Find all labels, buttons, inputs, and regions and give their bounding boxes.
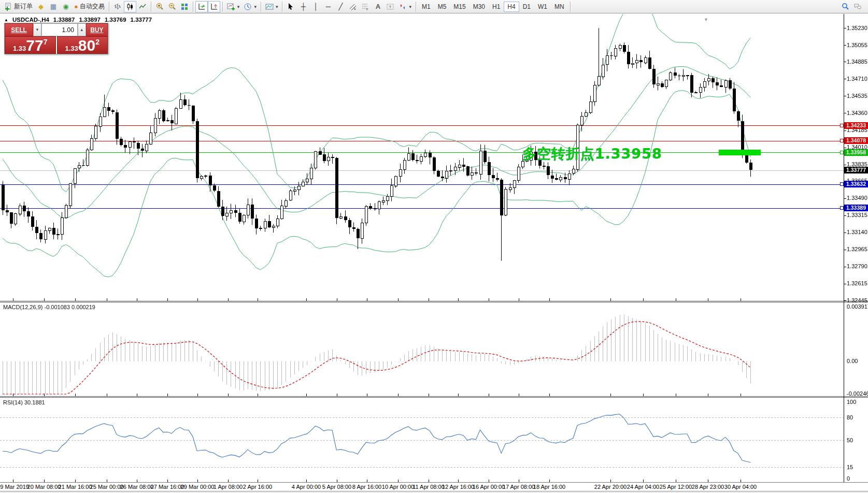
price-level-tag: 1.33632 <box>844 181 868 187</box>
toolbar-separator <box>570 2 571 12</box>
horizontal-line-button[interactable]: ─ <box>322 1 334 12</box>
line-handle <box>840 139 844 142</box>
zoom-in-icon <box>155 3 164 11</box>
price-tick-label: 1.34885 <box>847 59 867 65</box>
pane-splitter-rsi[interactable] <box>0 396 868 398</box>
price-tick <box>844 45 846 46</box>
chat-icon[interactable] <box>853 3 862 11</box>
sell-price-display[interactable]: 1.33 77 7 <box>5 36 56 54</box>
terminal-button[interactable]: ▦ <box>47 1 60 12</box>
chart-shift-marker-icon[interactable]: ▼ <box>704 17 708 22</box>
bar-chart-button[interactable] <box>111 1 124 12</box>
buy-price-display[interactable]: 1.33 80 2 <box>57 36 108 54</box>
timeframe-button-M1[interactable]: M1 <box>418 2 434 12</box>
trendline-button[interactable]: ╱ <box>334 1 347 12</box>
bar-close: 1.33777 <box>131 17 152 23</box>
line-handle <box>840 206 844 210</box>
timeframe-button-W1[interactable]: W1 <box>534 2 551 12</box>
collapse-arrow-icon[interactable]: ▲ <box>4 18 8 22</box>
symbol-title: USDCAD-,H4 <box>12 17 49 23</box>
sell-price-sup: 7 <box>44 38 48 46</box>
eraser-button[interactable]: ◆ <box>35 1 47 12</box>
zoom-in-button[interactable] <box>153 1 166 12</box>
status-strip <box>0 491 868 493</box>
svg-text:E: E <box>354 7 356 10</box>
rsi-tick-label: 100 <box>847 399 856 405</box>
chart-shift-button[interactable] <box>208 1 220 12</box>
timeframe-button-M15[interactable]: M15 <box>450 2 469 12</box>
indicators-icon <box>227 3 235 11</box>
sell-price-big: 77 <box>26 38 43 52</box>
price-tick <box>844 250 846 250</box>
buy-price-big: 80 <box>78 38 95 52</box>
fibonacci-icon: F <box>361 3 369 11</box>
macd-pane-canvas[interactable] <box>0 302 844 396</box>
indicators-button[interactable]: ▾ <box>225 1 242 12</box>
buy-button[interactable]: BUY <box>86 23 108 36</box>
time-axis[interactable]: 19 Mar 201920 Mar 08:0021 Mar 16:0025 Ma… <box>0 483 844 491</box>
terminal-icon: ▦ <box>50 3 56 10</box>
rsi-tick-label: 50 <box>847 437 853 443</box>
text-label-button[interactable]: T <box>384 1 396 12</box>
auto-trading-button[interactable]: ● 自动交易 <box>72 1 107 12</box>
toolbar-separator <box>416 2 416 12</box>
bar-low: 1.33769 <box>105 17 126 23</box>
bid-price-tag: 1.33777 <box>844 167 868 173</box>
price-tick-label: 1.32790 <box>847 263 867 269</box>
time-tick-label: 11 Apr 08:00 <box>412 484 445 490</box>
turning-point-highlight[interactable] <box>719 150 761 155</box>
line-chart-button[interactable] <box>136 1 149 12</box>
timeframe-button-H1[interactable]: H1 <box>489 2 504 12</box>
price-tick <box>844 148 846 148</box>
rsi-pane-canvas[interactable] <box>0 398 844 482</box>
new-order-icon <box>4 3 12 11</box>
line-handle <box>840 124 844 127</box>
periods-button[interactable]: ▾ <box>241 1 259 12</box>
auto-trading-label: 自动交易 <box>80 2 105 11</box>
timeframe-button-D1[interactable]: D1 <box>519 2 534 12</box>
time-tick-label: 16 Apr 00:00 <box>473 484 505 490</box>
timeframe-button-H4[interactable]: H4 <box>504 2 519 12</box>
webinar-button[interactable]: ◉ <box>60 1 72 12</box>
price-tick <box>844 165 846 165</box>
toolbar-separator <box>282 2 282 12</box>
price-level-tag: 1.33389 <box>844 205 868 211</box>
search-icon[interactable] <box>841 3 849 11</box>
time-tick-label: 21 Mar 16:00 <box>59 484 92 490</box>
candlestick-button[interactable] <box>124 1 136 12</box>
chart-annotation-text[interactable]: 多空转折点1.33958 <box>522 144 662 163</box>
tile-windows-button[interactable] <box>178 1 191 12</box>
volume-input[interactable] <box>41 23 78 36</box>
volume-decrease-button[interactable]: ▼ <box>33 23 41 36</box>
fibonacci-button[interactable]: F <box>359 1 372 12</box>
sell-price-small: 1.33 <box>13 45 26 52</box>
trendline-icon: ╱ <box>339 3 343 10</box>
buy-price-sup: 2 <box>95 38 99 46</box>
timeframe-button-M30[interactable]: M30 <box>469 2 489 12</box>
auto-scroll-button[interactable] <box>195 1 208 12</box>
template-icon <box>265 3 274 11</box>
time-tick-label: 29 Mar 00:00 <box>181 484 215 490</box>
bar-open: 1.33887 <box>53 17 75 23</box>
new-order-label: 新订单 <box>14 2 33 11</box>
cursor-button[interactable] <box>284 1 297 12</box>
vertical-line-button[interactable]: │ <box>309 1 322 12</box>
time-tick-label: 26 Mar 08:00 <box>120 484 154 490</box>
main-chart-canvas[interactable] <box>0 14 844 301</box>
arrows-button[interactable]: ▾ <box>396 1 414 12</box>
timeframe-button-M5[interactable]: M5 <box>434 2 450 12</box>
channel-button[interactable]: E <box>347 1 359 12</box>
zoom-out-button[interactable] <box>166 1 178 12</box>
text-tool-button[interactable]: A <box>372 1 384 12</box>
pane-splitter-macd[interactable] <box>0 301 868 302</box>
volume-increase-button[interactable]: ▲ <box>78 23 86 36</box>
time-tick-label: 24 Apr 04:00 <box>627 484 659 490</box>
price-tick-label: 1.33140 <box>847 229 867 235</box>
time-tick-label: 1 Apr 08:00 <box>214 484 243 490</box>
bar-chart-icon <box>113 3 122 11</box>
timeframe-button-MN[interactable]: MN <box>551 2 568 12</box>
new-order-button[interactable]: 新订单 <box>2 1 35 12</box>
crosshair-button[interactable]: ┼ <box>297 1 309 12</box>
templates-button[interactable]: ▾ <box>263 1 280 12</box>
sell-button[interactable]: SELL <box>5 23 33 36</box>
